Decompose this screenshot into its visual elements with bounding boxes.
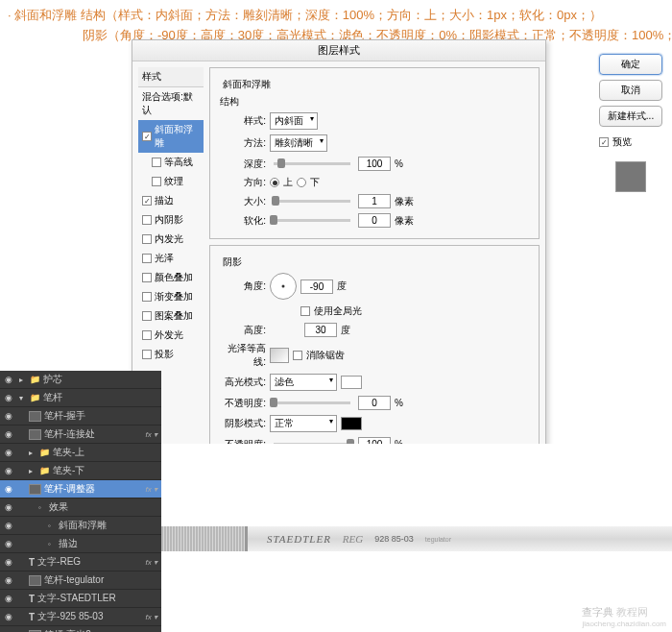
ok-button[interactable]: 确定 — [599, 54, 662, 75]
style-item[interactable]: 纹理 — [138, 172, 204, 191]
visibility-icon[interactable] — [4, 411, 13, 421]
style-item[interactable]: 投影 — [138, 345, 204, 364]
highlight-color-swatch[interactable] — [341, 376, 362, 389]
style-item[interactable]: 斜面和浮雕 — [138, 120, 204, 153]
global-light-checkbox[interactable] — [300, 306, 310, 316]
soften-slider[interactable] — [274, 219, 350, 222]
depth-slider[interactable] — [274, 162, 350, 165]
style-item[interactable]: 内阴影 — [138, 210, 204, 230]
angle-dial[interactable] — [270, 273, 297, 300]
layer-row[interactable]: 笔杆-握手 — [0, 407, 161, 425]
visibility-icon[interactable] — [4, 393, 13, 402]
visibility-icon[interactable] — [4, 502, 13, 512]
layer-name: 斜面和浮雕 — [59, 519, 157, 532]
style-checkbox[interactable] — [152, 158, 161, 167]
new-style-button[interactable]: 新建样式... — [599, 106, 662, 127]
visibility-icon[interactable] — [4, 612, 13, 621]
layer-row[interactable]: T文字-REGfx ▾ — [0, 553, 161, 571]
visibility-icon[interactable] — [4, 466, 13, 475]
visibility-icon[interactable] — [4, 594, 13, 603]
cancel-button[interactable]: 取消 — [599, 80, 662, 101]
visibility-icon[interactable] — [4, 521, 13, 530]
highlight-opacity-input[interactable]: 0 — [358, 396, 391, 410]
layer-row[interactable]: ◦斜面和浮雕 — [0, 517, 161, 535]
layer-row[interactable]: ◦描边 — [0, 535, 161, 553]
pencil-body: STAEDTLER REG 928 85-03 tegulator — [248, 526, 672, 551]
shadow-mode-dropdown[interactable]: 正常 — [270, 415, 337, 432]
style-checkbox[interactable] — [142, 215, 152, 225]
layer-row[interactable]: ◦效果 — [0, 498, 161, 517]
layer-row[interactable]: T文字-925 85-03fx ▾ — [0, 608, 161, 626]
altitude-label: 高度: — [216, 324, 266, 337]
contour-picker[interactable] — [270, 348, 289, 363]
style-item[interactable]: 渐变叠加 — [138, 287, 204, 306]
style-checkbox[interactable] — [142, 132, 152, 141]
layer-row[interactable]: ▸📁笔夹-上 — [0, 444, 161, 462]
style-item[interactable]: 光泽 — [138, 249, 204, 268]
style-item[interactable]: 图案叠加 — [138, 306, 204, 326]
style-checkbox[interactable] — [142, 330, 152, 340]
preview-checkbox[interactable] — [599, 137, 609, 147]
antialias-checkbox[interactable] — [293, 351, 302, 360]
style-item[interactable]: 颜色叠加 — [138, 268, 204, 287]
altitude-input[interactable]: 30 — [304, 323, 337, 337]
style-item[interactable]: 内发光 — [138, 230, 204, 249]
visibility-icon[interactable] — [4, 484, 13, 494]
method-dropdown[interactable]: 雕刻清晰 — [270, 134, 327, 152]
style-checkbox[interactable] — [142, 234, 152, 244]
style-label: 内阴影 — [155, 213, 183, 227]
altitude-unit: 度 — [341, 324, 350, 337]
visibility-icon[interactable] — [4, 448, 13, 457]
style-dropdown[interactable]: 内斜面 — [270, 112, 318, 130]
fx-indicator[interactable]: fx ▾ — [146, 430, 157, 439]
style-checkbox[interactable] — [152, 177, 161, 186]
folder-arrow-icon[interactable]: ▸ — [29, 467, 36, 475]
layer-row[interactable]: ▸📁护芯 — [0, 371, 161, 389]
fx-indicator[interactable]: fx ▾ — [146, 613, 157, 621]
highlight-mode-dropdown[interactable]: 滤色 — [270, 374, 337, 391]
style-checkbox[interactable] — [142, 350, 152, 359]
depth-input[interactable]: 100 — [358, 157, 391, 171]
folder-arrow-icon[interactable]: ▸ — [19, 376, 27, 384]
style-item[interactable]: 外发光 — [138, 326, 204, 345]
style-label: 描边 — [155, 194, 174, 207]
layer-name: 描边 — [59, 537, 157, 550]
layer-row[interactable]: ▾📁笔杆 — [0, 389, 161, 407]
visibility-icon[interactable] — [4, 539, 13, 548]
folder-arrow-icon[interactable]: ▸ — [29, 449, 36, 457]
style-item[interactable]: 等高线 — [138, 153, 204, 172]
layer-row[interactable]: 笔杆-tegulator — [0, 571, 161, 590]
highlight-opacity-slider[interactable] — [274, 401, 350, 404]
style-label: 渐变叠加 — [155, 290, 193, 304]
visibility-icon[interactable] — [4, 429, 13, 439]
style-checkbox[interactable] — [142, 292, 152, 302]
pencil-canvas: STAEDTLER REG 928 85-03 tegulator 查字典 教程… — [161, 444, 672, 632]
style-checkbox[interactable] — [142, 273, 152, 282]
style-label: 投影 — [155, 348, 174, 361]
style-checkbox[interactable] — [142, 311, 152, 321]
size-input[interactable]: 1 — [358, 194, 391, 208]
visibility-icon[interactable] — [4, 375, 13, 384]
structure-section: 结构 — [216, 95, 533, 109]
style-item[interactable]: 描边 — [138, 191, 204, 210]
direction-up-radio[interactable] — [270, 178, 279, 187]
soften-input[interactable]: 0 — [358, 213, 391, 228]
layer-row[interactable]: 笔杆-连接处fx ▾ — [0, 425, 161, 444]
layer-row[interactable]: 笔杆-调整器fx ▾ — [0, 480, 161, 498]
fx-indicator[interactable]: fx ▾ — [146, 558, 157, 567]
direction-down-radio[interactable] — [297, 178, 306, 187]
blend-options-item[interactable]: 混合选项:默认 — [138, 87, 204, 120]
visibility-icon[interactable] — [4, 557, 13, 567]
style-checkbox[interactable] — [142, 196, 152, 206]
fx-indicator[interactable]: fx ▾ — [146, 485, 157, 494]
shadow-color-swatch[interactable] — [341, 417, 362, 430]
visibility-icon[interactable] — [4, 575, 13, 585]
size-slider[interactable] — [274, 200, 350, 203]
layer-row[interactable]: ▸📁笔夹-下 — [0, 462, 161, 480]
layer-row[interactable]: T文字-STAEDTLER — [0, 590, 161, 608]
layer-row[interactable]: 笔杆-高光2 — [0, 626, 161, 632]
style-checkbox[interactable] — [142, 254, 152, 263]
angle-input[interactable]: -90 — [300, 280, 333, 294]
folder-arrow-icon[interactable]: ▾ — [19, 394, 27, 402]
highlight-mode-label: 高光模式: — [216, 376, 266, 389]
